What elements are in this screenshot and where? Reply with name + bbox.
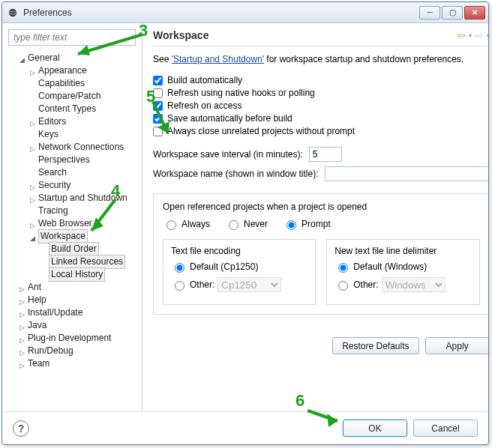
apply-button[interactable]: Apply bbox=[425, 337, 488, 354]
nav-arrows: ⇦▾ ⇨▾ bbox=[457, 29, 488, 41]
forward-menu-icon[interactable]: ▾ bbox=[487, 32, 488, 39]
workspace-name-input[interactable] bbox=[325, 166, 488, 181]
eclipse-icon bbox=[7, 7, 19, 19]
tree-item[interactable]: Startup and Shutdown bbox=[38, 192, 128, 205]
delimiter-other[interactable]: Other: Windows bbox=[334, 277, 471, 292]
tree-item[interactable]: Plug-in Development bbox=[28, 332, 111, 345]
tree-item[interactable]: Java bbox=[28, 319, 46, 332]
forward-icon: ⇨ bbox=[475, 29, 484, 41]
tree-item[interactable]: Compare/Patch bbox=[38, 90, 100, 103]
tree-item[interactable]: Editors bbox=[38, 115, 66, 128]
chevron-down-icon[interactable]: ◢ bbox=[17, 54, 26, 63]
tree-item[interactable]: Run/Debug bbox=[28, 345, 74, 357]
chevron-right-icon[interactable]: ▷ bbox=[17, 360, 26, 369]
help-icon[interactable]: ? bbox=[13, 420, 29, 437]
delimiter-title: New text file line delimiter bbox=[334, 246, 471, 256]
tree-item[interactable]: Security bbox=[38, 179, 70, 192]
chevron-right-icon[interactable]: ▷ bbox=[17, 296, 26, 305]
encoding-select: Cp1250 bbox=[218, 277, 281, 292]
back-icon[interactable]: ⇦ bbox=[457, 29, 466, 41]
chevron-right-icon[interactable]: ▷ bbox=[17, 283, 26, 292]
check-refresh-access[interactable]: Refresh on access bbox=[153, 100, 488, 111]
chevron-right-icon[interactable]: ▷ bbox=[17, 347, 26, 356]
maximize-button[interactable]: ▢ bbox=[442, 6, 463, 19]
chevron-down-icon[interactable]: ◢ bbox=[28, 232, 37, 241]
workspace-name-label: Workspace name (shown in window title): bbox=[153, 169, 319, 179]
preferences-tree[interactable]: ◢General ▷AppearanceCapabilitiesCompare/… bbox=[5, 52, 139, 407]
radio-never[interactable]: Never bbox=[225, 218, 268, 230]
chevron-right-icon[interactable]: ▷ bbox=[28, 118, 37, 127]
restore-defaults-button[interactable]: Restore Defaults bbox=[332, 337, 418, 354]
check-save-before-build[interactable]: Save automatically before build bbox=[153, 113, 488, 124]
check-refresh-native[interactable]: Refresh using native hooks or polling bbox=[153, 88, 488, 98]
back-menu-icon[interactable]: ▾ bbox=[469, 32, 472, 39]
settings-page: Workspace ⇦▾ ⇨▾ See 'Startup and Shutdow… bbox=[142, 23, 488, 411]
delimiter-select: Windows bbox=[382, 277, 446, 292]
radio-always[interactable]: Always bbox=[163, 218, 210, 230]
ok-button[interactable]: OK bbox=[343, 420, 407, 437]
tree-item[interactable]: Network Connections bbox=[38, 141, 124, 154]
tree-item[interactable]: Team bbox=[28, 357, 50, 370]
chevron-right-icon[interactable]: ▷ bbox=[28, 67, 37, 76]
startup-shutdown-link[interactable]: 'Startup and Shutdown' bbox=[172, 54, 264, 64]
check-close-unrelated[interactable]: Always close unrelated projects without … bbox=[153, 126, 488, 136]
page-title: Workspace bbox=[153, 29, 457, 41]
cancel-button[interactable]: Cancel bbox=[413, 420, 478, 437]
preferences-window: Preferences ─ ▢ ✕ ◢General ▷AppearanceCa… bbox=[2, 1, 489, 445]
chevron-right-icon[interactable]: ▷ bbox=[28, 143, 37, 152]
tree-item[interactable]: Perspectives bbox=[38, 154, 90, 166]
tree-item[interactable]: Capabilities bbox=[38, 77, 85, 90]
tree-item[interactable]: Help bbox=[28, 294, 46, 306]
svg-point-0 bbox=[9, 8, 17, 16]
sidebar: ◢General ▷AppearanceCapabilitiesCompare/… bbox=[2, 23, 142, 411]
tree-item[interactable]: Web Browser bbox=[38, 217, 92, 230]
filter-input[interactable] bbox=[8, 29, 136, 46]
tree-item[interactable]: Local History bbox=[49, 267, 105, 282]
encoding-default[interactable]: Default (Cp1250) bbox=[171, 261, 308, 273]
chevron-right-icon[interactable]: ▷ bbox=[17, 334, 26, 343]
delimiter-group: New text file line delimiter Default (Wi… bbox=[326, 239, 479, 305]
chevron-right-icon[interactable]: ▷ bbox=[28, 194, 37, 203]
minimize-button[interactable]: ─ bbox=[419, 6, 440, 19]
tree-item-general[interactable]: General bbox=[28, 52, 60, 64]
chevron-right-icon[interactable]: ▷ bbox=[28, 181, 37, 190]
chevron-right-icon[interactable]: ▷ bbox=[17, 321, 26, 330]
save-interval-input[interactable] bbox=[309, 147, 342, 162]
tree-item[interactable]: Keys bbox=[38, 128, 58, 141]
tree-item[interactable]: Search bbox=[38, 166, 67, 179]
check-build-automatically[interactable]: Build automatically bbox=[153, 75, 488, 85]
titlebar[interactable]: Preferences ─ ▢ ✕ bbox=[2, 2, 488, 23]
tree-item[interactable]: Ant bbox=[28, 281, 41, 294]
content-area: ◢General ▷AppearanceCapabilitiesCompare/… bbox=[2, 23, 488, 411]
intro-text: See 'Startup and Shutdown' for workspace… bbox=[153, 54, 488, 64]
open-referenced-label: Open referenced projects when a project … bbox=[163, 202, 480, 212]
tree-item[interactable]: Tracing bbox=[38, 205, 68, 217]
open-referenced-group: Open referenced projects when a project … bbox=[153, 193, 488, 315]
tree-item[interactable]: Content Types bbox=[38, 103, 96, 115]
encoding-title: Text file encoding bbox=[171, 246, 308, 256]
footer: ? OK Cancel bbox=[2, 411, 488, 444]
chevron-right-icon[interactable]: ▷ bbox=[17, 309, 26, 318]
encoding-group: Text file encoding Default (Cp1250) Othe… bbox=[163, 239, 316, 305]
radio-prompt[interactable]: Prompt bbox=[283, 218, 331, 230]
delimiter-default[interactable]: Default (Windows) bbox=[334, 261, 471, 273]
tree-item[interactable]: Install/Update bbox=[28, 306, 82, 319]
chevron-right-icon[interactable]: ▷ bbox=[28, 220, 37, 228]
close-button[interactable]: ✕ bbox=[464, 6, 485, 19]
save-interval-label: Workspace save interval (in minutes): bbox=[153, 149, 303, 160]
tree-item[interactable]: Appearance bbox=[38, 64, 87, 77]
encoding-other[interactable]: Other: Cp1250 bbox=[171, 277, 308, 292]
window-title: Preferences bbox=[23, 7, 419, 18]
